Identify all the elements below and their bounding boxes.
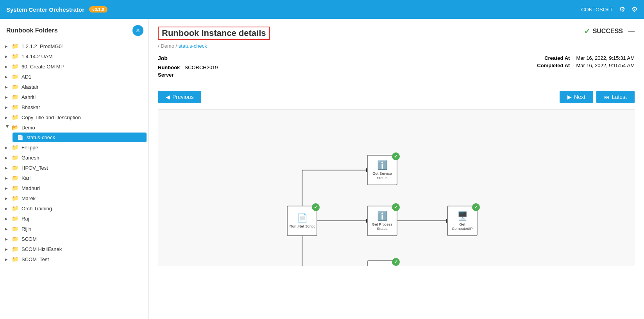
- sidebar-item-ganesh[interactable]: ▶ 📁 Ganesh: [0, 152, 148, 163]
- sidebar-item-felippe[interactable]: ▶ 📁 Felippe: [0, 142, 148, 152]
- next-button[interactable]: ▶ Next: [560, 91, 593, 103]
- previous-label: Previous: [172, 94, 193, 100]
- node-get-computer-ip[interactable]: ✓ 🖥️ Get Computer/IP: [447, 206, 478, 236]
- latest-button[interactable]: ⏭ Latest: [596, 91, 635, 103]
- sidebar-header: Runbook Folders ×: [0, 19, 148, 41]
- chevron-icon: ▶: [5, 227, 10, 231]
- chevron-icon: ▶: [5, 196, 10, 201]
- main-content: Runbook Instance details ✓ SUCCESS — / D…: [148, 19, 644, 319]
- server-label: Server: [158, 72, 174, 78]
- breadcrumb-demo: Demo: [161, 43, 174, 49]
- created-row: Created At Mar 16, 2022, 9:15:31 AM: [537, 55, 635, 61]
- sidebar-item-label: Marek: [21, 195, 36, 201]
- main-layout: Runbook Folders × ▶ 📁 1.2.1.2_ProdMG01 ▶…: [0, 19, 644, 319]
- sidebar: Runbook Folders × ▶ 📁 1.2.1.2_ProdMG01 ▶…: [0, 19, 148, 319]
- latest-arrow-icon: ⏭: [604, 94, 610, 100]
- dates-info: Created At Mar 16, 2022, 9:15:31 AM Comp…: [537, 55, 635, 68]
- get-process-status-icon: ℹ️: [377, 211, 388, 221]
- demo-children: 📄 status-check: [0, 133, 148, 142]
- version-badge: v0.1.0: [89, 6, 107, 13]
- sidebar-item-ad1[interactable]: ▶ 📁 AD1: [0, 72, 148, 82]
- success-badge-get-computer: ✓: [472, 203, 480, 211]
- chevron-icon: ▶: [5, 44, 10, 48]
- sidebar-item-orch[interactable]: ▶ 📁 Orch Training: [0, 203, 148, 213]
- folder-icon: 📁: [12, 236, 18, 242]
- breadcrumb-sep2: /: [176, 43, 179, 49]
- folder-icon: 📁: [12, 185, 18, 191]
- success-badge-get-disk: ✓: [392, 258, 400, 266]
- chevron-icon: ▶: [5, 156, 10, 160]
- chevron-icon: ▶: [5, 206, 10, 211]
- sidebar-tree: ▶ 📁 1.2.1.2_ProdMG01 ▶ 📁 1.4.14.2 UAM ▶ …: [0, 41, 148, 319]
- sidebar-item-label: status-check: [27, 134, 55, 140]
- sidebar-item-marek[interactable]: ▶ 📁 Marek: [0, 193, 148, 203]
- run-net-script-label: Run .Net Script: [290, 224, 315, 228]
- folder-icon: 📁: [12, 84, 18, 90]
- job-label: Job: [158, 55, 218, 61]
- sidebar-item-rijin[interactable]: ▶ 📁 Rijin: [0, 224, 148, 234]
- sidebar-item-60[interactable]: ▶ 📁 60. Create OM MP: [0, 61, 148, 72]
- sidebar-item-alastair[interactable]: ▶ 📁 Alastair: [0, 82, 148, 92]
- sidebar-item-1414[interactable]: ▶ 📁 1.4.14.2 UAM: [0, 51, 148, 61]
- breadcrumb: / Demo / status-check: [158, 43, 635, 49]
- next-label: Next: [574, 94, 585, 100]
- next-arrow-icon: ▶: [567, 94, 572, 100]
- get-disk-space-icon: ℹ️: [377, 266, 388, 266]
- chevron-icon: ▶: [5, 95, 10, 99]
- config-icon[interactable]: ⚙: [631, 5, 638, 14]
- username-label: CONTOSO\IT: [581, 7, 613, 13]
- sidebar-item-1212[interactable]: ▶ 📁 1.2.1.2_ProdMG01: [0, 41, 148, 51]
- folder-icon: 📁: [12, 205, 18, 211]
- folder-icon: 📁: [12, 175, 18, 181]
- sidebar-item-hpov[interactable]: ▶ 📁 HPOV_Test: [0, 163, 148, 173]
- sidebar-item-scom[interactable]: ▶ 📁 SCOM: [0, 234, 148, 244]
- get-service-status-label: Get Service Status: [369, 171, 395, 180]
- sidebar-item-raj[interactable]: ▶ 📁 Raj: [0, 213, 148, 224]
- chevron-icon: ▶: [5, 176, 10, 180]
- folder-icon: 📁: [12, 154, 18, 161]
- collapse-icon: —: [628, 28, 635, 35]
- node-get-process-status[interactable]: ✓ ℹ️ Get Process Status: [367, 206, 397, 236]
- sidebar-item-label: Rijin: [21, 226, 31, 232]
- sidebar-item-label: Madhuri: [21, 185, 40, 191]
- sidebar-item-label: 60. Create OM MP: [21, 64, 64, 70]
- sidebar-item-demo[interactable]: ▶ 📂 Demo: [0, 122, 148, 133]
- close-button[interactable]: ×: [132, 25, 143, 36]
- sidebar-item-scomhizli[interactable]: ▶ 📁 SCOM HizliEsnek: [0, 244, 148, 254]
- file-icon: 📄: [17, 134, 23, 140]
- sidebar-item-status-check[interactable]: 📄 status-check: [13, 133, 147, 142]
- settings-icon[interactable]: ⚙: [619, 5, 625, 14]
- workflow-connections: [158, 110, 635, 266]
- node-get-disk-space[interactable]: ✓ ℹ️ Get Disk Space Statu: [367, 260, 397, 266]
- sidebar-item-bhaskar[interactable]: ▶ 📁 Bhaskar: [0, 102, 148, 112]
- chevron-icon: ▶: [5, 85, 10, 89]
- sidebar-item-copytitle[interactable]: ▶ 📁 Copy Title and Description: [0, 112, 148, 122]
- chevron-icon: ▶: [5, 186, 10, 190]
- folder-icon: 📁: [12, 165, 18, 171]
- node-get-service-status[interactable]: ✓ ℹ️ Get Service Status: [367, 155, 397, 185]
- success-badge-get-process: ✓: [392, 203, 400, 211]
- chevron-icon: ▶: [5, 54, 10, 59]
- sidebar-item-karl[interactable]: ▶ 📁 Karl: [0, 173, 148, 183]
- divider: [158, 81, 635, 81]
- chevron-icon: ▶: [5, 145, 10, 150]
- get-computer-ip-label: Get Computer/IP: [449, 222, 475, 231]
- folder-icon: 📁: [12, 215, 18, 222]
- sidebar-item-scomtest[interactable]: ▶ 📁 SCOM_Test: [0, 254, 148, 264]
- previous-button[interactable]: ◀ Previous: [158, 91, 201, 103]
- folder-icon: 📁: [12, 144, 18, 151]
- folder-icon: 📁: [12, 195, 18, 201]
- server-row: Server: [158, 72, 218, 78]
- nav-right-buttons: ▶ Next ⏭ Latest: [560, 91, 635, 103]
- sidebar-item-label: Copy Title and Description: [21, 115, 81, 120]
- job-info: Job Runbook SCORCH2019 Server: [158, 55, 218, 78]
- breadcrumb-status-check[interactable]: status-check: [179, 43, 207, 49]
- runbook-row: Runbook SCORCH2019: [158, 65, 218, 70]
- chevron-icon: ▶: [5, 247, 10, 251]
- sidebar-item-madhuri[interactable]: ▶ 📁 Madhuri: [0, 183, 148, 193]
- chevron-icon: ▶: [5, 75, 10, 79]
- sidebar-item-ashriti[interactable]: ▶ 📁 Ashriti: [0, 92, 148, 102]
- node-run-net-script[interactable]: ✓ 📄 Run .Net Script: [287, 206, 317, 236]
- completed-value: Mar 16, 2022, 9:15:54 AM: [576, 63, 635, 68]
- page-header: Runbook Instance details ✓ SUCCESS —: [158, 27, 635, 40]
